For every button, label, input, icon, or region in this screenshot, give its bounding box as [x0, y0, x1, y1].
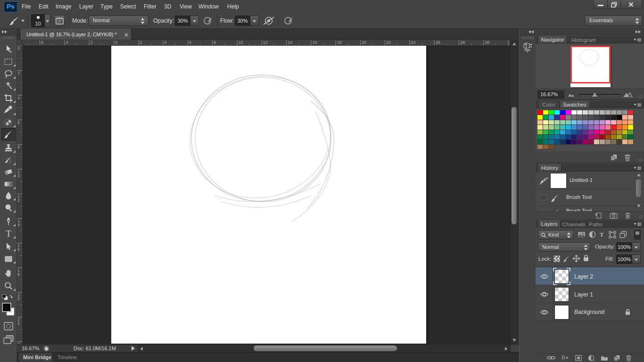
svg-text:T: T	[6, 229, 11, 239]
